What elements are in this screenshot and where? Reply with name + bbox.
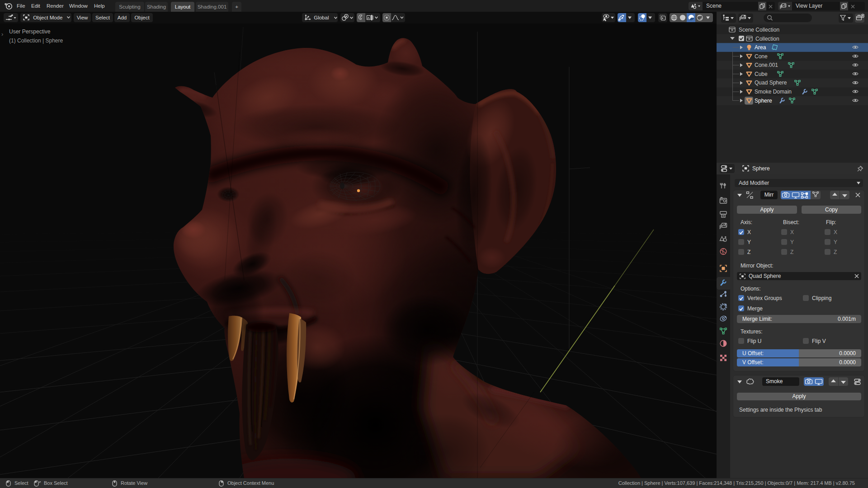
svg-text:Sphere: Sphere: [755, 98, 772, 104]
svg-text:Cone.001: Cone.001: [755, 62, 778, 68]
svg-text:Area: Area: [755, 44, 766, 51]
svg-text:Collection: Collection: [755, 36, 779, 42]
svg-text:Scene Collection: Scene Collection: [739, 27, 779, 33]
svg-text:Cube: Cube: [755, 71, 768, 77]
svg-text:Smoke Domain: Smoke Domain: [755, 89, 792, 95]
svg-text:Cone: Cone: [755, 53, 768, 60]
svg-text:Quad Sphere: Quad Sphere: [755, 80, 787, 86]
